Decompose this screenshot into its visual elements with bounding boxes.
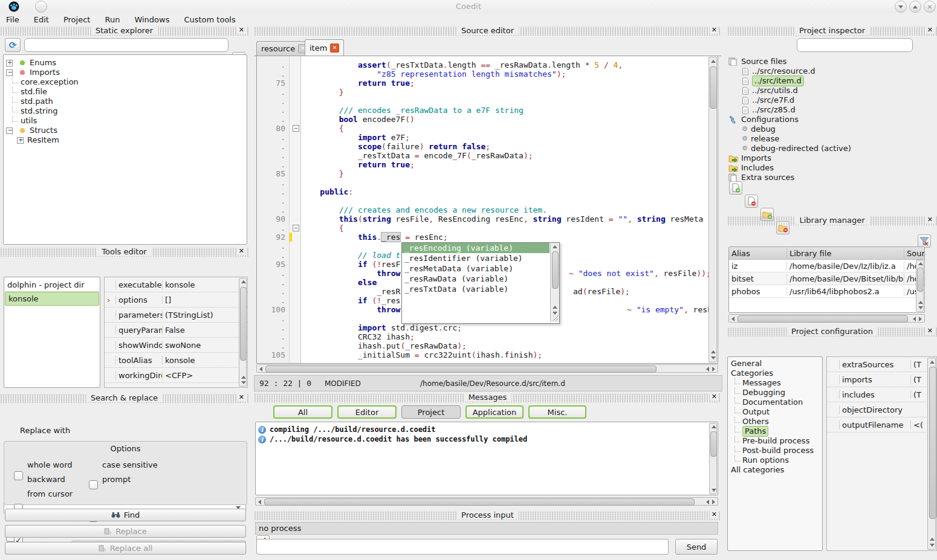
expand-icon[interactable] [6, 60, 13, 66]
config-item-run-options[interactable]: Run options [731, 455, 822, 465]
config-item-others[interactable]: Others [731, 417, 822, 426]
scrollbar-thumb[interactable] [929, 367, 936, 519]
property-value[interactable]: [] [163, 295, 247, 304]
close-window-button[interactable]: ✕ [924, 1, 936, 13]
menu-custom-tools[interactable]: Custom tools [184, 15, 235, 24]
message-row[interactable]: i/.../build/resource.d.coedit has been s… [258, 434, 718, 444]
tree-item-resitem[interactable]: ResItem [6, 135, 247, 145]
property-value[interactable]: konsole [163, 280, 247, 289]
tree-item-imports[interactable]: Imports [728, 153, 935, 163]
tree-item-extra-sources[interactable]: Extra sources [728, 173, 935, 182]
scroll-down-icon[interactable] [553, 312, 557, 315]
scroll-down-icon[interactable] [712, 489, 716, 492]
project-inspector-close-icon[interactable]: ✕ [926, 26, 935, 34]
tree-item-z85-d[interactable]: ../src/z85.d [728, 105, 935, 115]
completion-item[interactable]: _resTxtData (variable) [402, 284, 550, 294]
scrollbar-thumb[interactable] [710, 66, 717, 109]
config-grid-scrollbar[interactable] [927, 358, 936, 550]
scroll-left-icon[interactable] [706, 500, 709, 504]
tool-grid-scrollbar[interactable] [239, 278, 247, 387]
scrollbar-thumb[interactable] [917, 268, 924, 292]
scrollbar-thumb[interactable] [265, 365, 657, 373]
collapse-icon[interactable] [6, 69, 13, 76]
message-row[interactable]: icompiling /.../build/resource.d.coedit [258, 425, 718, 434]
scroll-up-icon[interactable] [712, 425, 716, 428]
messages-hscrollbar[interactable] [255, 497, 718, 506]
scrollbar-thumb[interactable] [710, 431, 717, 457]
replace-button[interactable]: Replace [5, 525, 246, 538]
tree-item-core-exception[interactable]: core.exception [6, 77, 247, 87]
window-menu-button[interactable] [35, 1, 47, 13]
close-tab-icon[interactable]: ✕ [330, 43, 339, 53]
resize-grip-icon[interactable] [553, 316, 559, 321]
fold-column[interactable]: −− [290, 56, 301, 363]
messages-close-icon[interactable]: ✕ [710, 393, 719, 401]
completion-item[interactable]: _resRawData (variable) [402, 274, 550, 284]
scroll-down-icon[interactable] [918, 306, 923, 309]
completion-item[interactable]: _resMetaData (variable) [402, 263, 550, 274]
scrollbar-thumb[interactable] [552, 251, 559, 289]
scroll-left-icon[interactable] [706, 367, 709, 372]
tree-item-e7f-d[interactable]: ../src/e7F.d [728, 95, 935, 105]
library-row-bitset[interactable]: bitset /home/basile/Dev/Bitset/lib/bitse… [729, 272, 924, 285]
tree-item-utils[interactable]: utils [6, 116, 247, 126]
property-row[interactable]: toolAliaskonsole [105, 353, 247, 368]
filter-misc-button[interactable]: Misc. [528, 405, 586, 419]
tree-item-std-file[interactable]: std.file [6, 87, 247, 97]
scroll-down-icon[interactable] [711, 356, 716, 359]
config-item-all-categories[interactable]: All categories [731, 465, 822, 475]
scroll-up-icon[interactable] [711, 60, 716, 63]
property-row[interactable]: showWindowsswoNone [105, 338, 247, 353]
config-item-categories[interactable]: Categories [731, 369, 822, 378]
scroll-up-icon[interactable] [241, 280, 246, 283]
case-sensitive-checkbox[interactable] [89, 480, 98, 489]
menu-run[interactable]: Run [105, 15, 120, 24]
popup-scrollbar[interactable] [550, 243, 559, 322]
expand-icon[interactable] [17, 137, 24, 144]
search-replace-close-icon[interactable]: ✕ [237, 393, 246, 401]
menu-windows[interactable]: Windows [134, 15, 169, 24]
scroll-left-icon[interactable] [258, 500, 261, 504]
tree-item-std-path[interactable]: std.path [6, 97, 247, 106]
completion-list[interactable]: _resEncoding (variable)_resIdentifier (v… [402, 243, 550, 323]
config-item-post-build[interactable]: Post-build process [731, 446, 822, 455]
tree-item-configurations[interactable]: Configurations [728, 115, 935, 124]
tools-editor-close-icon[interactable]: ✕ [237, 247, 246, 255]
tree-item-imports[interactable]: Imports [6, 68, 247, 77]
maximize-button[interactable] [909, 1, 921, 13]
tab-resource[interactable]: resource✕ [256, 41, 312, 56]
scroll-down-icon[interactable] [930, 544, 935, 547]
library-row-iz[interactable]: iz /home/basile/Dev/Iz/lib/iz.a /ho [729, 260, 924, 272]
config-item-output[interactable]: Output [731, 407, 822, 417]
property-row[interactable]: workingDirectory<CFP> [105, 368, 247, 383]
filter-all-button[interactable]: All [273, 405, 332, 419]
source-editor-close-icon[interactable]: ✕ [710, 26, 719, 34]
tool-item-dolphin[interactable]: dolphin - project dir [4, 278, 100, 292]
scroll-up-icon[interactable] [711, 350, 716, 353]
config-item-messages[interactable]: Messages [731, 378, 822, 388]
config-item-general[interactable]: General [731, 359, 822, 369]
tree-item-utils-d[interactable]: ../src/utils.d [728, 86, 935, 95]
config-property-row[interactable]: includes(T [827, 387, 936, 402]
tree-item-enums[interactable]: Enums [6, 58, 247, 68]
gutter[interactable]: ..75....80....85....90.92..95....100....… [257, 56, 290, 363]
filter-project-button[interactable]: Project [401, 405, 461, 419]
property-value[interactable]: <CFP> [163, 371, 247, 380]
refresh-button[interactable]: ⟳ [5, 38, 21, 52]
completion-item[interactable]: _resIdentifier (variable) [402, 253, 550, 263]
column-header-alias[interactable]: Alias [729, 249, 786, 258]
tool-item-konsole[interactable]: konsole [5, 292, 99, 306]
config-property-row[interactable]: objectDirectory [827, 402, 936, 417]
scroll-up-icon[interactable] [553, 245, 557, 248]
scroll-up-icon[interactable] [918, 262, 923, 265]
scrollbar-thumb[interactable] [264, 498, 695, 506]
config-property-row[interactable]: outputFilename<( [827, 417, 936, 433]
filter-application-button[interactable]: Application [465, 405, 524, 419]
config-item-pre-build[interactable]: Pre-build process [731, 436, 822, 446]
property-row[interactable]: executablekonsole [105, 277, 247, 292]
minimize-button[interactable] [895, 1, 907, 13]
find-button[interactable]: Find [5, 509, 246, 521]
scroll-up-icon[interactable] [918, 301, 923, 304]
tree-item-debug[interactable]: ⚙debug [728, 124, 935, 134]
completion-item[interactable]: _resEncoding (variable) [402, 243, 550, 253]
